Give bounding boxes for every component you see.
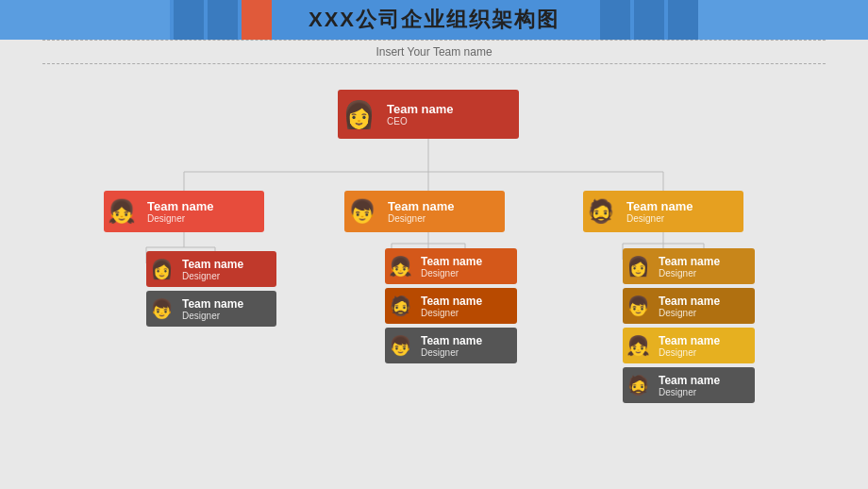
subtitle-text: Insert Your Team name [376, 45, 492, 59]
l2-right-2-name: Team name [659, 295, 749, 308]
l1-left-name: Team name [147, 199, 257, 213]
header-block-wide-right [698, 0, 868, 40]
l2-mid-1-info: Team name Designer [415, 252, 517, 281]
header-block-small-r3 [668, 0, 698, 40]
page-title: XXX公司企业组织架构图 [309, 6, 559, 34]
l2-mid-3-name: Team name [421, 334, 511, 347]
l1-mid-info: Team name Designer [380, 195, 505, 228]
org-chart: 👩 Team name CEO 👧 Team name Designer 👦 T… [0, 66, 868, 489]
l2-mid-2-avatar: 🧔 [385, 288, 415, 324]
l2-mid-1-avatar: 👧 [385, 248, 415, 284]
l2-right-2-card: 👦 Team name Designer [623, 288, 755, 324]
l1-right-name: Team name [626, 199, 736, 213]
l2-right-2-info: Team name Designer [653, 292, 755, 321]
l2-left-2-card: 👦 Team name Designer [146, 291, 276, 327]
l1-right-avatar: 🧔 [583, 191, 619, 232]
header: XXX公司企业组织架构图 [0, 0, 868, 40]
l2-right-3-card: 👧 Team name Designer [623, 328, 755, 363]
l2-right-2-avatar: 👦 [623, 288, 653, 324]
l1-mid-card: 👦 Team name Designer [344, 191, 505, 232]
l2-left-2-name: Team name [182, 297, 271, 311]
l2-left-2-info: Team name Designer [176, 295, 276, 324]
l2-mid-1-card: 👧 Team name Designer [385, 248, 517, 284]
l2-mid-2-info: Team name Designer [415, 292, 517, 321]
header-right-decoration [596, 0, 868, 40]
l2-mid-2-role: Designer [421, 308, 511, 318]
l2-left-1-role: Designer [182, 271, 271, 281]
l1-right-role: Designer [626, 213, 736, 224]
l2-right-4-card: 🧔 Team name Designer [623, 367, 755, 403]
l1-left-avatar: 👧 [104, 191, 140, 232]
header-left-decoration [0, 0, 272, 40]
root-avatar: 👩 [338, 93, 379, 135]
l2-mid-2-card: 🧔 Team name Designer [385, 288, 517, 324]
l1-right-card: 🧔 Team name Designer [583, 191, 743, 232]
l1-mid-avatar: 👦 [344, 191, 380, 232]
header-block-red [242, 0, 272, 40]
l2-right-3-name: Team name [659, 334, 749, 347]
l2-left-2-avatar: 👦 [146, 291, 176, 327]
l1-mid-role: Designer [388, 213, 497, 224]
l2-left-1-avatar: 👩 [146, 251, 176, 287]
header-block-small-r2 [634, 0, 664, 40]
l1-left-info: Team name Designer [140, 195, 264, 228]
l2-right-4-name: Team name [659, 374, 749, 387]
l2-right-1-name: Team name [659, 255, 749, 268]
l2-mid-1-role: Designer [421, 268, 511, 278]
l2-left-1-info: Team name Designer [176, 255, 276, 284]
l2-right-1-role: Designer [659, 268, 749, 278]
root-role: CEO [387, 116, 511, 126]
l2-mid-3-avatar: 👦 [385, 328, 415, 363]
l1-left-role: Designer [147, 213, 257, 224]
l2-right-1-info: Team name Designer [653, 252, 755, 281]
l2-mid-3-role: Designer [421, 347, 511, 358]
header-block-small-r1 [600, 0, 630, 40]
root-card: 👩 Team name CEO [338, 90, 519, 139]
l2-right-3-role: Designer [659, 347, 749, 358]
subtitle-bar: Insert Your Team name [42, 40, 826, 64]
l2-right-2-role: Designer [659, 308, 749, 318]
l2-right-4-info: Team name Designer [653, 371, 755, 400]
l2-left-1-card: 👩 Team name Designer [146, 251, 276, 287]
l2-left-2-role: Designer [182, 311, 271, 321]
header-block-small-1 [174, 0, 204, 40]
l2-right-3-avatar: 👧 [623, 328, 653, 363]
l2-right-4-role: Designer [659, 387, 749, 397]
l2-mid-3-card: 👦 Team name Designer [385, 328, 517, 363]
l2-right-3-info: Team name Designer [653, 331, 755, 361]
root-name: Team name [387, 102, 511, 116]
l2-mid-1-name: Team name [421, 255, 511, 268]
l2-left-1-name: Team name [182, 258, 271, 271]
l1-mid-name: Team name [388, 199, 497, 213]
root-info: Team name CEO [379, 98, 519, 130]
l1-right-info: Team name Designer [619, 195, 743, 228]
header-block-wide-left [0, 0, 170, 40]
l2-right-1-card: 👩 Team name Designer [623, 248, 755, 284]
header-block-small-2 [208, 0, 238, 40]
l2-mid-3-info: Team name Designer [415, 331, 517, 361]
l2-right-4-avatar: 🧔 [623, 367, 653, 403]
l2-right-1-avatar: 👩 [623, 248, 653, 284]
l1-left-card: 👧 Team name Designer [104, 191, 264, 232]
l2-mid-2-name: Team name [421, 295, 511, 308]
